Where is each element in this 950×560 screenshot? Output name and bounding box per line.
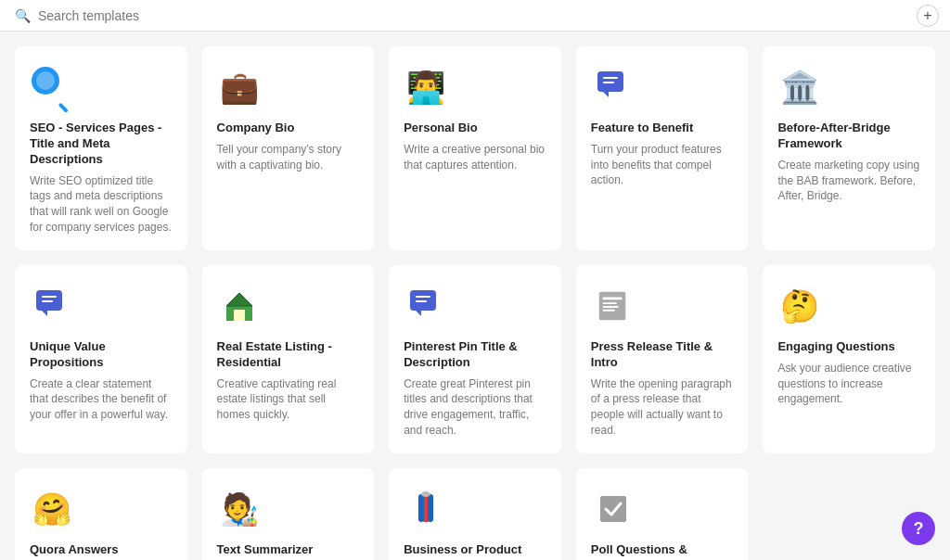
card-title-real-estate: Real Estate Listing - Residential xyxy=(217,339,360,371)
svg-rect-15 xyxy=(416,300,427,302)
card-personal-bio[interactable]: 👨‍💻 Personal Bio Write a creative person… xyxy=(389,46,561,250)
card-title-personal-bio: Personal Bio xyxy=(404,121,546,136)
card-title-poll-questions: Poll Questions & Multiple Choice Answers xyxy=(591,542,734,560)
svg-rect-7 xyxy=(42,300,53,302)
card-desc-press-release: Write the opening paragraph of a press r… xyxy=(591,376,734,439)
helpful-face-icon: 🤗 xyxy=(30,487,74,531)
card-title-seo-services: SEO - Services Pages - Title and Meta De… xyxy=(30,121,173,168)
card-feature-to-benefit[interactable]: Feature to Benefit Turn your product fea… xyxy=(576,46,749,250)
svg-rect-14 xyxy=(416,296,430,298)
svg-marker-1 xyxy=(603,92,609,97)
clipboard-check-icon xyxy=(591,487,635,531)
card-title-press-release: Press Release Title & Intro xyxy=(591,339,734,371)
search-input[interactable] xyxy=(38,8,935,23)
card-desc-unique-value: Create a clear statement that describes … xyxy=(30,376,173,423)
chat-bubble-2-icon xyxy=(30,284,74,328)
card-title-feature-to-benefit: Feature to Benefit xyxy=(591,121,734,136)
card-title-pinterest-pin: Pinterest Pin Title & Description xyxy=(404,339,546,371)
briefcase-icon: 💼 xyxy=(217,65,262,109)
card-title-business-product-name: Business or Product Name xyxy=(404,542,546,560)
card-title-before-after-bridge: Before-After-Bridge Framework xyxy=(777,121,920,152)
svg-point-25 xyxy=(421,491,430,497)
card-title-quora-answers: Quora Answers xyxy=(30,542,173,558)
svg-rect-10 xyxy=(234,310,245,321)
thinking-face-icon: 🤔 xyxy=(777,284,822,328)
card-engaging-questions[interactable]: 🤔 Engaging Questions Ask your audience c… xyxy=(763,265,935,453)
card-desc-company-bio: Tell your company's story with a captiva… xyxy=(217,142,360,173)
card-title-company-bio: Company Bio xyxy=(217,121,360,136)
card-desc-pinterest-pin: Create great Pinterest pin titles and de… xyxy=(404,376,546,439)
person-laptop-icon: 👨‍💻 xyxy=(404,65,448,109)
card-desc-seo-services: Write SEO optimized title tags and meta … xyxy=(30,173,173,235)
person-star-icon: 🧑‍🎨 xyxy=(217,487,262,531)
card-seo-services[interactable]: SEO - Services Pages - Title and Meta De… xyxy=(15,46,187,250)
card-before-after-bridge[interactable]: 🏛️ Before-After-Bridge Framework Create … xyxy=(763,46,935,250)
magnifying-glass-globe-icon xyxy=(30,65,74,109)
card-press-release[interactable]: Press Release Title & Intro Write the op… xyxy=(576,265,749,453)
svg-marker-9 xyxy=(226,293,252,306)
card-quora-answers[interactable]: 🤗 Quora Answers Intelligent answers for … xyxy=(15,468,187,560)
help-button[interactable]: ? xyxy=(902,512,935,545)
card-desc-before-after-bridge: Create marketing copy using the BAB fram… xyxy=(777,158,920,204)
card-poll-questions[interactable]: Poll Questions & Multiple Choice Answers… xyxy=(576,468,749,560)
card-title-unique-value: Unique Value Propositions xyxy=(30,339,173,371)
card-text-summarizer[interactable]: 🧑‍🎨 Text Summarizer Get the key point fr… xyxy=(202,468,375,560)
card-business-product-name[interactable]: Business or Product Name Generate a winn… xyxy=(389,468,561,560)
svg-marker-5 xyxy=(42,311,47,316)
svg-rect-27 xyxy=(600,496,626,522)
chat-bubble-icon xyxy=(591,65,635,109)
svg-rect-3 xyxy=(603,82,614,83)
card-desc-real-estate: Creative captivating real estate listing… xyxy=(217,376,360,423)
card-company-bio[interactable]: 💼 Company Bio Tell your company's story … xyxy=(202,46,375,250)
svg-marker-13 xyxy=(416,311,421,316)
newspaper-icon xyxy=(591,284,635,328)
search-icon: 🔍 xyxy=(15,8,31,23)
add-button[interactable]: + xyxy=(917,5,939,27)
svg-rect-20 xyxy=(602,310,614,312)
card-title-engaging-questions: Engaging Questions xyxy=(777,339,920,355)
card-real-estate[interactable]: Real Estate Listing - Residential Creati… xyxy=(202,265,375,453)
templates-grid: SEO - Services Pages - Title and Meta De… xyxy=(0,32,950,560)
building-icon: 🏛️ xyxy=(777,65,822,109)
card-unique-value[interactable]: Unique Value Propositions Create a clear… xyxy=(15,265,187,453)
svg-rect-18 xyxy=(602,302,616,304)
svg-rect-24 xyxy=(428,494,433,522)
chat-bubble-3-icon xyxy=(404,284,448,328)
card-desc-engaging-questions: Ask your audience creative questions to … xyxy=(777,361,920,407)
house-icon xyxy=(217,284,262,328)
search-bar: 🔍 + xyxy=(0,0,950,32)
svg-rect-17 xyxy=(602,297,622,299)
svg-rect-2 xyxy=(603,77,618,79)
card-desc-personal-bio: Write a creative personal bio that captu… xyxy=(404,142,546,173)
card-desc-feature-to-benefit: Turn your product features into benefits… xyxy=(591,142,734,188)
card-title-text-summarizer: Text Summarizer xyxy=(217,542,360,558)
svg-rect-23 xyxy=(418,494,424,522)
card-pinterest-pin[interactable]: Pinterest Pin Title & Description Create… xyxy=(389,265,561,453)
barber-pole-icon xyxy=(404,487,448,531)
svg-rect-19 xyxy=(602,306,618,308)
svg-rect-6 xyxy=(42,296,57,298)
